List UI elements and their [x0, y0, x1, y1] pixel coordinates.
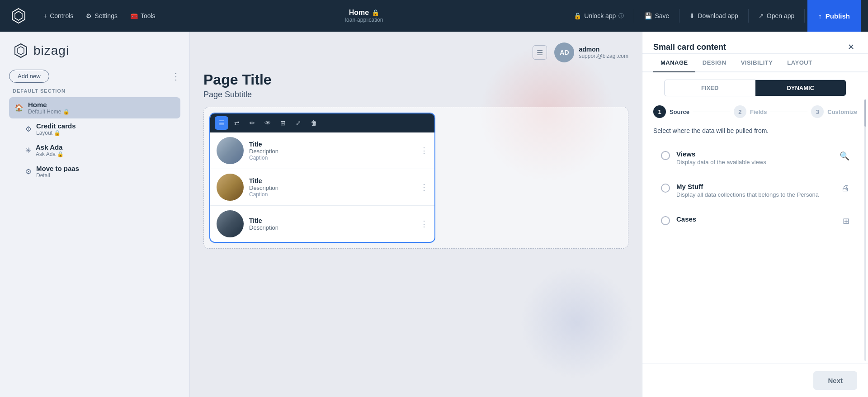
toolbar-filter-button[interactable]: ☰	[215, 116, 228, 130]
main-layout: bizagi Add new ⋮ DEFAULT SECTION 🏠 Home …	[0, 32, 868, 397]
svg-marker-2	[15, 44, 27, 57]
card-toolbar: ☰ ⇄ ✏ 👁 ⊞ ⤢ 🗑	[210, 113, 434, 132]
wizard-step-customize: 3 Customize	[811, 105, 857, 118]
sidebar-item-credit-cards[interactable]: ⚙ Credit cards Layout 🔒	[9, 118, 180, 140]
more-options-button[interactable]: ⋮	[171, 71, 180, 82]
canvas-topbar: ☰ AD admon support@bizagi.com	[203, 43, 628, 62]
wizard-step-source: 1 Source	[653, 105, 689, 118]
toolbar-expand-button[interactable]: ⤢	[292, 116, 305, 130]
plus-icon: +	[43, 12, 47, 19]
source-title-my-stuff: My Stuff	[676, 183, 835, 190]
publish-button[interactable]: ↑ Publish	[807, 0, 861, 32]
step-num-3: 3	[811, 105, 824, 118]
asterisk-icon: ✳	[25, 146, 31, 155]
tab-layout[interactable]: LAYOUT	[780, 54, 819, 72]
source-radio-cases[interactable]	[661, 216, 670, 225]
card-description: Description	[249, 224, 415, 231]
wizard-connector	[693, 112, 730, 112]
lock-icon: 🔒	[574, 12, 581, 19]
source-option-views[interactable]: Views Display data of the available view…	[653, 143, 857, 172]
source-title-views: Views	[676, 150, 833, 158]
center-title: Home 🔒	[349, 9, 379, 17]
tab-manage[interactable]: MANAGE	[653, 54, 695, 72]
list-item[interactable]: Title Description ⋮	[210, 206, 434, 242]
sidebar-item-ask-ada[interactable]: ✳ Ask Ada Ask Ada 🔒	[9, 140, 180, 161]
nav-item-subtitle: Layout 🔒	[36, 130, 76, 136]
nav-item-subtitle: Detail	[36, 172, 79, 179]
tab-design[interactable]: DESIGN	[695, 54, 734, 72]
next-button[interactable]: Next	[813, 371, 857, 390]
toolbar-edit-button[interactable]: ✏	[245, 116, 259, 130]
toolbar-eye-button[interactable]: 👁	[261, 116, 274, 130]
step-label-fields: Fields	[750, 109, 767, 115]
add-new-button[interactable]: Add new	[9, 70, 49, 83]
unlock-app-button[interactable]: 🔒 Unlock app ⓘ	[566, 9, 631, 24]
right-panel-header: Small card content ✕	[642, 32, 868, 54]
home-icon: 🏠	[14, 104, 24, 112]
step-num-1: 1	[653, 105, 666, 118]
toolbar-grid-button[interactable]: ⊞	[276, 116, 290, 130]
source-radio-views[interactable]	[661, 151, 670, 160]
card-more-button[interactable]: ⋮	[420, 146, 428, 156]
divider	[804, 9, 805, 23]
sidebar-item-move-to-paas[interactable]: ⚙ Move to paas Detail	[9, 161, 180, 182]
close-button[interactable]: ✕	[844, 41, 857, 53]
card-caption: Caption	[249, 155, 415, 161]
sidebar: bizagi Add new ⋮ DEFAULT SECTION 🏠 Home …	[0, 32, 190, 397]
sidebar-logo: bizagi	[9, 43, 180, 59]
right-panel-footer: Next	[642, 364, 868, 397]
publish-icon: ↑	[818, 12, 822, 20]
card-component-container: ☰ ⇄ ✏ 👁 ⊞ ⤢ 🗑 Title	[203, 107, 628, 249]
nav-item-subtitle: Ask Ada 🔒	[36, 151, 64, 157]
user-avatar: AD	[554, 43, 574, 62]
save-button[interactable]: 💾 Save	[637, 9, 676, 23]
open-app-button[interactable]: ↗ Open app	[751, 9, 802, 23]
list-item[interactable]: Title Description Caption ⋮	[210, 169, 434, 206]
controls-button[interactable]: + Controls	[37, 9, 80, 23]
scrollbar-thumb[interactable]	[864, 99, 866, 127]
card-more-button[interactable]: ⋮	[420, 182, 428, 192]
nav-item-title: Move to paas	[36, 165, 79, 172]
card-description: Description	[249, 184, 415, 191]
settings-button[interactable]: ⚙ Settings	[80, 9, 124, 23]
source-description: Select where the data will be pulled fro…	[653, 127, 857, 134]
top-navigation: + Controls ⚙ Settings 🧰 Tools Home 🔒 loa…	[0, 0, 868, 32]
card-list: ☰ ⇄ ✏ 👁 ⊞ ⤢ 🗑 Title	[209, 113, 435, 243]
list-item[interactable]: Title Description Caption ⋮	[210, 132, 434, 169]
settings-icon: ⚙	[25, 125, 32, 133]
external-link-icon: ↗	[759, 12, 764, 19]
toolbar-delete-button[interactable]: 🗑	[307, 116, 321, 130]
source-option-cases[interactable]: Cases ⊞	[653, 208, 857, 233]
save-icon: 💾	[644, 12, 652, 19]
user-name: admon	[579, 46, 628, 53]
tools-button[interactable]: 🧰 Tools	[124, 9, 162, 23]
sidebar-item-home[interactable]: 🏠 Home Default Home 🔒	[9, 97, 180, 118]
search-icon: 🔍	[840, 151, 849, 161]
toggle-sidebar-button[interactable]: ☰	[533, 45, 547, 60]
card-thumbnail	[217, 174, 244, 201]
right-panel-tabs: MANAGE DESIGN VISIBILITY LAYOUT	[642, 54, 868, 72]
source-radio-my-stuff[interactable]	[661, 184, 670, 193]
card-more-button[interactable]: ⋮	[420, 219, 428, 229]
download-app-button[interactable]: ⬇ Download app	[682, 9, 745, 23]
tab-visibility[interactable]: VISIBILITY	[734, 54, 780, 72]
card-title: Title	[249, 177, 415, 184]
card-thumbnail	[217, 137, 244, 164]
scrollbar[interactable]	[864, 99, 866, 361]
subtab-dynamic[interactable]: DYNAMIC	[755, 80, 846, 96]
center-subtitle: loan-application	[345, 17, 383, 23]
download-icon: ⬇	[689, 12, 695, 19]
bg-decoration-2	[520, 266, 633, 379]
source-option-my-stuff[interactable]: My Stuff Display all data collections th…	[653, 176, 857, 205]
wizard-connector	[770, 112, 807, 112]
add-new-row: Add new ⋮	[9, 70, 180, 83]
toolbar-move-button[interactable]: ⇄	[230, 116, 244, 130]
right-panel-subtabs: FIXED DYNAMIC	[664, 80, 846, 96]
svg-marker-1	[15, 11, 22, 20]
card-title: Title	[249, 141, 415, 148]
subtabs-container: FIXED DYNAMIC	[642, 72, 868, 96]
subtab-fixed[interactable]: FIXED	[665, 80, 755, 96]
nav-item-subtitle: Default Home 🔒	[28, 109, 70, 115]
wizard-steps: 1 Source 2 Fields 3 Customize	[653, 105, 857, 118]
section-label: DEFAULT SECTION	[9, 88, 180, 94]
